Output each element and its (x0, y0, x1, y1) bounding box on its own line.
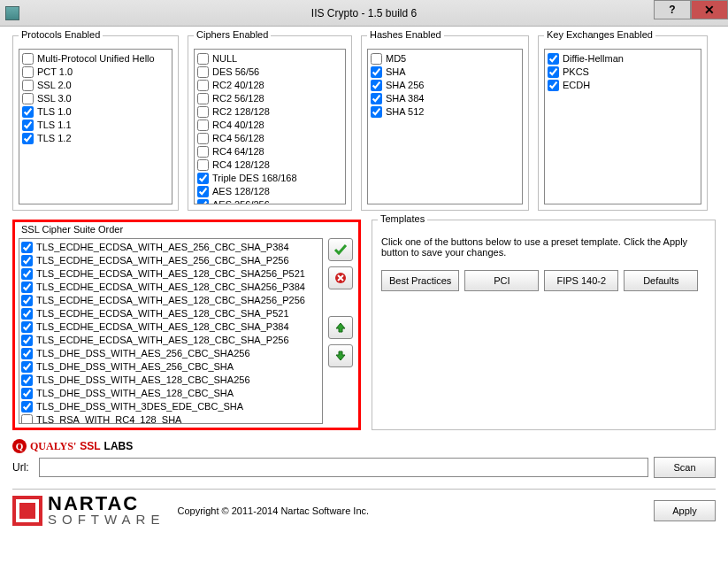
checkbox[interactable] (371, 106, 382, 118)
hash-item[interactable]: SHA 512 (371, 105, 519, 119)
url-input[interactable] (39, 458, 648, 477)
kex-item[interactable]: PKCS (548, 66, 698, 79)
checkbox[interactable] (22, 93, 34, 104)
checkbox[interactable] (197, 53, 209, 65)
pci-button[interactable]: PCI (464, 270, 539, 291)
checkbox[interactable] (548, 53, 559, 65)
ssl-suite-item[interactable]: TLS_ECDHE_ECDSA_WITH_AES_128_CBC_SHA256_… (21, 267, 320, 281)
checkbox[interactable] (21, 374, 33, 386)
checkbox[interactable] (22, 106, 34, 118)
checkbox[interactable] (197, 186, 209, 197)
checkbox[interactable] (197, 93, 209, 104)
ssl-suite-item[interactable]: TLS_ECDHE_ECDSA_WITH_AES_128_CBC_SHA_P52… (21, 307, 320, 320)
checkbox[interactable] (197, 133, 209, 144)
protocol-item[interactable]: TLS 1.0 (22, 105, 169, 119)
ssl-suite-item[interactable]: TLS_ECDHE_ECDSA_WITH_AES_256_CBC_SHA_P38… (21, 241, 320, 254)
cipher-item[interactable]: RC2 128/128 (197, 105, 342, 119)
check-all-button[interactable] (328, 238, 353, 261)
checkbox[interactable] (197, 66, 209, 78)
cipher-item[interactable]: AES 256/256 (197, 198, 342, 204)
hash-item[interactable]: SHA 256 (371, 79, 519, 92)
checkbox[interactable] (21, 268, 33, 280)
cipher-item[interactable]: Triple DES 168/168 (197, 172, 342, 185)
move-down-button[interactable] (328, 344, 353, 367)
checkbox[interactable] (371, 93, 382, 104)
checkbox[interactable] (21, 361, 33, 373)
move-up-button[interactable] (328, 316, 353, 339)
cipher-item[interactable]: RC2 56/128 (197, 92, 342, 105)
hash-item[interactable]: MD5 (371, 52, 519, 66)
protocol-item[interactable]: Multi-Protocol Unified Hello (22, 52, 169, 66)
checkbox[interactable] (21, 282, 33, 293)
fips-button[interactable]: FIPS 140-2 (544, 270, 618, 291)
cipher-item[interactable]: DES 56/56 (197, 66, 342, 79)
ssl-suite-item[interactable]: TLS_DHE_DSS_WITH_AES_256_CBC_SHA (21, 360, 320, 374)
ssl-suite-item[interactable]: TLS_ECDHE_ECDSA_WITH_AES_128_CBC_SHA_P25… (21, 334, 320, 347)
cipher-item[interactable]: NULL (197, 52, 342, 66)
checkbox[interactable] (22, 120, 34, 131)
checkbox[interactable] (197, 80, 209, 91)
checkbox[interactable] (21, 242, 33, 253)
protocol-item[interactable]: SSL 3.0 (22, 92, 169, 105)
ssl-suite-item[interactable]: TLS_RSA_WITH_RC4_128_SHA (21, 413, 320, 424)
cipher-item[interactable]: RC4 56/128 (197, 132, 342, 145)
protocol-item[interactable]: SSL 2.0 (22, 79, 169, 92)
checkbox[interactable] (371, 80, 382, 91)
hash-item[interactable]: SHA (371, 66, 519, 79)
scan-button[interactable]: Scan (654, 457, 716, 478)
cipher-item[interactable]: AES 128/128 (197, 185, 342, 198)
protocol-item[interactable]: TLS 1.1 (22, 119, 169, 132)
checkbox[interactable] (197, 199, 209, 204)
checkbox[interactable] (21, 401, 33, 413)
checkbox[interactable] (21, 348, 33, 359)
kex-list[interactable]: Diffie-HellmanPKCSECDH (544, 49, 701, 204)
help-button[interactable]: ? (654, 0, 691, 19)
close-button[interactable]: ✕ (691, 0, 728, 19)
ssl-suite-item[interactable]: TLS_ECDHE_ECDSA_WITH_AES_128_CBC_SHA_P38… (21, 320, 320, 334)
checkbox[interactable] (21, 335, 33, 346)
kex-item[interactable]: Diffie-Hellman (548, 52, 698, 66)
checkbox[interactable] (22, 53, 34, 65)
ssl-suite-item[interactable]: TLS_ECDHE_ECDSA_WITH_AES_256_CBC_SHA_P25… (21, 254, 320, 267)
checkbox[interactable] (371, 66, 382, 78)
checkbox[interactable] (197, 173, 209, 184)
ssl-suite-item[interactable]: TLS_ECDHE_ECDSA_WITH_AES_128_CBC_SHA256_… (21, 294, 320, 307)
checkbox[interactable] (21, 414, 33, 424)
defaults-button[interactable]: Defaults (624, 270, 698, 291)
checkbox[interactable] (21, 388, 33, 399)
checkbox[interactable] (22, 80, 34, 91)
checkbox[interactable] (21, 321, 33, 333)
checkbox[interactable] (197, 120, 209, 131)
hash-item[interactable]: SHA 384 (371, 92, 519, 105)
checkbox[interactable] (548, 80, 559, 91)
ssl-order-list[interactable]: TLS_ECDHE_ECDSA_WITH_AES_256_CBC_SHA_P38… (19, 238, 323, 424)
hashes-list[interactable]: MD5SHASHA 256SHA 384SHA 512 (367, 49, 523, 204)
protocols-list[interactable]: Multi-Protocol Unified HelloPCT 1.0SSL 2… (19, 49, 172, 204)
checkbox[interactable] (197, 146, 209, 158)
checkbox[interactable] (197, 159, 209, 171)
ciphers-list[interactable]: NULLDES 56/56RC2 40/128RC2 56/128RC2 128… (194, 49, 346, 204)
checkbox[interactable] (22, 133, 34, 144)
checkbox[interactable] (21, 255, 33, 266)
checkbox[interactable] (548, 66, 559, 78)
apply-button[interactable]: Apply (654, 500, 716, 521)
cipher-item[interactable]: RC2 40/128 (197, 79, 342, 92)
checkbox[interactable] (21, 295, 33, 306)
ssl-suite-item[interactable]: TLS_DHE_DSS_WITH_AES_256_CBC_SHA256 (21, 347, 320, 360)
uncheck-all-button[interactable] (328, 266, 353, 289)
protocol-item[interactable]: TLS 1.2 (22, 132, 169, 145)
ssl-suite-item[interactable]: TLS_DHE_DSS_WITH_AES_128_CBC_SHA (21, 387, 320, 400)
kex-item[interactable]: ECDH (548, 79, 698, 92)
ssl-suite-item[interactable]: TLS_ECDHE_ECDSA_WITH_AES_128_CBC_SHA256_… (21, 281, 320, 294)
ssl-suite-item[interactable]: TLS_DHE_DSS_WITH_AES_128_CBC_SHA256 (21, 374, 320, 387)
cipher-item[interactable]: RC4 64/128 (197, 145, 342, 158)
cipher-item[interactable]: RC4 128/128 (197, 158, 342, 172)
cipher-item[interactable]: RC4 40/128 (197, 119, 342, 132)
ssl-suite-item[interactable]: TLS_DHE_DSS_WITH_3DES_EDE_CBC_SHA (21, 400, 320, 413)
checkbox[interactable] (21, 308, 33, 320)
checkbox[interactable] (22, 66, 34, 78)
best-practices-button[interactable]: Best Practices (381, 270, 459, 291)
checkbox[interactable] (371, 53, 382, 65)
checkbox[interactable] (197, 106, 209, 118)
protocol-item[interactable]: PCT 1.0 (22, 66, 169, 79)
